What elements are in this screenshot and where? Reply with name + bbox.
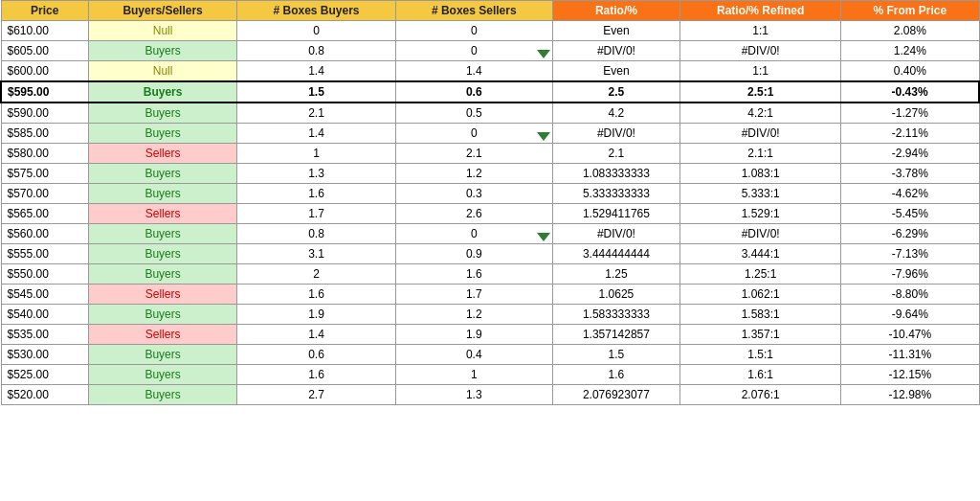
cell-from-price: -7.13%: [841, 244, 979, 264]
table-row: $565.00Sellers1.72.61.5294117651.529:1-5…: [1, 204, 979, 224]
cell-from-price: -0.43%: [841, 81, 979, 102]
cell-ratio-refined: 1.6:1: [680, 365, 841, 385]
cell-ratio-refined: 4.2:1: [680, 102, 841, 124]
cell-price: $600.00: [1, 61, 89, 82]
cell-ratio: 1.583333333: [552, 305, 680, 325]
cell-ratio-refined: 1.5:1: [680, 345, 841, 365]
cell-price: $590.00: [1, 102, 89, 124]
cell-price: $520.00: [1, 385, 89, 405]
table-row: $555.00Buyers3.10.93.4444444443.444:1-7.…: [1, 244, 979, 264]
cell-boxes-buyers: 1.4: [237, 124, 396, 144]
cell-price: $540.00: [1, 305, 89, 325]
table-row: $545.00Sellers1.61.71.06251.062:1-8.80%: [1, 285, 979, 305]
cell-ratio: Even: [552, 21, 680, 41]
cell-price: $555.00: [1, 244, 89, 264]
cell-ratio: 2.5: [552, 81, 680, 102]
cell-ratio: 1.083333333: [552, 164, 680, 184]
cell-ratio-refined: #DIV/0!: [680, 224, 841, 244]
cell-buyers-sellers: Buyers: [89, 41, 237, 61]
cell-price: $595.00: [1, 81, 89, 102]
cell-from-price: -3.78%: [841, 164, 979, 184]
table-row: $575.00Buyers1.31.21.0833333331.083:1-3.…: [1, 164, 979, 184]
cell-boxes-buyers: 2.1: [237, 102, 396, 124]
cell-from-price: -11.31%: [841, 345, 979, 365]
cell-from-price: -12.15%: [841, 365, 979, 385]
cell-ratio: #DIV/0!: [552, 124, 680, 144]
cell-ratio: Even: [552, 61, 680, 82]
table-row: $520.00Buyers2.71.32.0769230772.076:1-12…: [1, 385, 979, 405]
cell-price: $565.00: [1, 204, 89, 224]
cell-buyers-sellers: Buyers: [89, 244, 237, 264]
cell-boxes-buyers: 1.4: [237, 61, 396, 82]
cell-boxes-sellers: 1.2: [395, 305, 552, 325]
cell-ratio: #DIV/0!: [552, 224, 680, 244]
cell-boxes-buyers: 1.6: [237, 184, 396, 204]
cell-ratio-refined: #DIV/0!: [680, 124, 841, 144]
cell-boxes-sellers: 2.1: [395, 144, 552, 164]
cell-price: $550.00: [1, 264, 89, 285]
cell-ratio-refined: 1.083:1: [680, 164, 841, 184]
cell-boxes-buyers: 1.4: [237, 325, 396, 345]
table-row: $595.00Buyers1.50.62.52.5:1-0.43%: [1, 81, 979, 102]
cell-from-price: -7.96%: [841, 264, 979, 285]
cell-buyers-sellers: Buyers: [89, 102, 237, 124]
cell-boxes-buyers: 2: [237, 264, 396, 285]
cell-ratio-refined: 1.529:1: [680, 204, 841, 224]
cell-boxes-sellers: 0: [395, 21, 552, 41]
cell-ratio: #DIV/0!: [552, 41, 680, 61]
cell-ratio: 1.25: [552, 264, 680, 285]
cell-ratio-refined: 1.583:1: [680, 305, 841, 325]
flag-icon: [537, 132, 550, 141]
cell-ratio-refined: 2.1:1: [680, 144, 841, 164]
cell-price: $570.00: [1, 184, 89, 204]
header-from-price: % From Price: [841, 1, 979, 21]
cell-buyers-sellers: Buyers: [89, 224, 237, 244]
cell-boxes-sellers: 0.6: [395, 81, 552, 102]
cell-boxes-sellers: 1.6: [395, 264, 552, 285]
header-buyers-sellers: Buyers/Sellers: [89, 1, 237, 21]
cell-price: $610.00: [1, 21, 89, 41]
cell-ratio: 1.0625: [552, 285, 680, 305]
cell-ratio-refined: 3.444:1: [680, 244, 841, 264]
cell-ratio: 1.357142857: [552, 325, 680, 345]
cell-boxes-sellers: 0: [395, 41, 552, 61]
header-ratio: Ratio/%: [552, 1, 680, 21]
cell-boxes-buyers: 1.7: [237, 204, 396, 224]
cell-boxes-buyers: 1.3: [237, 164, 396, 184]
cell-ratio: 1.529411765: [552, 204, 680, 224]
cell-from-price: -1.27%: [841, 102, 979, 124]
cell-price: $575.00: [1, 164, 89, 184]
cell-from-price: -9.64%: [841, 305, 979, 325]
cell-buyers-sellers: Null: [89, 21, 237, 41]
cell-buyers-sellers: Buyers: [89, 385, 237, 405]
table-row: $600.00Null1.41.4Even1:10.40%: [1, 61, 979, 82]
cell-buyers-sellers: Buyers: [89, 81, 237, 102]
cell-boxes-sellers: 0: [395, 124, 552, 144]
cell-from-price: 1.24%: [841, 41, 979, 61]
cell-ratio: 2.1: [552, 144, 680, 164]
cell-from-price: -2.94%: [841, 144, 979, 164]
cell-boxes-buyers: 1.6: [237, 365, 396, 385]
cell-ratio: 3.444444444: [552, 244, 680, 264]
cell-from-price: 0.40%: [841, 61, 979, 82]
cell-buyers-sellers: Buyers: [89, 164, 237, 184]
cell-from-price: -4.62%: [841, 184, 979, 204]
cell-buyers-sellers: Sellers: [89, 144, 237, 164]
cell-boxes-sellers: 0.9: [395, 244, 552, 264]
cell-buyers-sellers: Sellers: [89, 325, 237, 345]
cell-buyers-sellers: Sellers: [89, 285, 237, 305]
cell-buyers-sellers: Null: [89, 61, 237, 82]
cell-ratio-refined: 1.357:1: [680, 325, 841, 345]
cell-buyers-sellers: Sellers: [89, 204, 237, 224]
header-price: Price: [1, 1, 89, 21]
cell-from-price: -5.45%: [841, 204, 979, 224]
cell-boxes-buyers: 2.7: [237, 385, 396, 405]
cell-buyers-sellers: Buyers: [89, 124, 237, 144]
cell-ratio: 2.076923077: [552, 385, 680, 405]
flag-icon: [537, 233, 550, 241]
cell-ratio-refined: 1:1: [680, 21, 841, 41]
cell-from-price: -10.47%: [841, 325, 979, 345]
cell-price: $535.00: [1, 325, 89, 345]
table-row: $580.00Sellers12.12.12.1:1-2.94%: [1, 144, 979, 164]
cell-buyers-sellers: Buyers: [89, 365, 237, 385]
